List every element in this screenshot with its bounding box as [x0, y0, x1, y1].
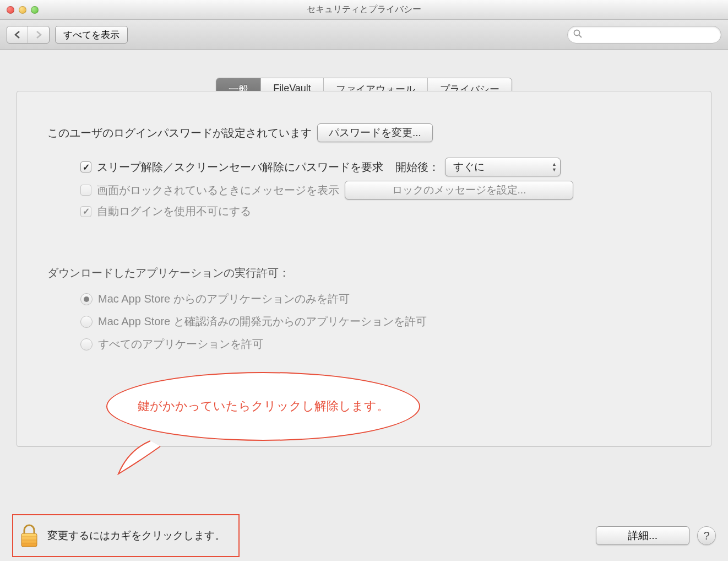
svg-line-1 [579, 35, 582, 38]
svg-point-0 [574, 30, 580, 36]
password-set-label: このユーザのログインパスワードが設定されています [47, 126, 312, 141]
after-label: 開始後： [395, 160, 439, 175]
lock-area[interactable]: 変更するにはカギをクリックします。 [12, 514, 240, 557]
gatekeeper-radio-group: Mac App Store からのアプリケーションのみを許可 Mac App S… [47, 292, 681, 352]
search-field[interactable] [567, 26, 721, 44]
show-all-button[interactable]: すべてを表示 [55, 26, 128, 44]
advanced-button[interactable]: 詳細... [596, 526, 689, 545]
require-password-delay-select[interactable]: すぐに ▲▼ [445, 158, 561, 176]
disable-auto-login-label: 自動ログインを使用不可にする [97, 204, 251, 219]
search-icon [573, 29, 582, 40]
lock-icon [19, 524, 40, 548]
annotation-callout: 鍵がかかっていたらクリックし解除します。 [106, 372, 420, 452]
toolbar: すべてを表示 [0, 20, 728, 50]
nav-buttons [7, 26, 50, 44]
close-window-button[interactable] [7, 6, 14, 14]
require-password-checkbox[interactable] [80, 161, 91, 172]
traffic-lights [7, 6, 39, 14]
general-panel: このユーザのログインパスワードが設定されています パスワードを変更... スリー… [17, 91, 711, 447]
show-lock-message-label: 画面がロックされているときにメッセージを表示 [97, 183, 339, 198]
radio-anywhere-label: すべてのアプリケーションを許可 [98, 337, 263, 352]
download-apps-section-label: ダウンロードしたアプリケーションの実行許可： [47, 266, 681, 280]
radio-mas-identified-label: Mac App Store と確認済みの開発元からのアプリケーションを許可 [98, 314, 427, 329]
annotation-text: 鍵がかかっていたらクリックし解除します。 [138, 398, 389, 415]
change-password-button[interactable]: パスワードを変更... [317, 123, 433, 142]
require-password-label: スリープ解除／スクリーンセーバ解除にパスワードを要求 [97, 160, 383, 175]
lock-text: 変更するにはカギをクリックします。 [47, 528, 225, 543]
forward-button[interactable] [28, 26, 49, 43]
radio-anywhere[interactable] [80, 338, 93, 350]
search-input[interactable] [585, 30, 715, 40]
radio-mas-identified[interactable] [80, 316, 93, 328]
set-lock-message-button[interactable]: ロックのメッセージを設定... [345, 181, 573, 199]
delay-value: すぐに [453, 160, 485, 174]
radio-mas-only[interactable] [80, 293, 93, 305]
zoom-window-button[interactable] [31, 6, 39, 14]
window-title: セキュリティとプライバシー [0, 4, 728, 15]
chevron-updown-icon: ▲▼ [552, 161, 557, 172]
help-button[interactable]: ? [697, 526, 716, 545]
content: 一般 FileVault ファイアウォール プライバシー このユーザのログインパ… [0, 50, 728, 447]
radio-mas-only-label: Mac App Store からのアプリケーションのみを許可 [98, 292, 350, 306]
footer: 変更するにはカギをクリックします。 詳細... ? [0, 510, 728, 561]
disable-auto-login-checkbox[interactable] [80, 206, 91, 217]
show-lock-message-checkbox[interactable] [80, 185, 91, 196]
minimize-window-button[interactable] [19, 6, 26, 14]
titlebar: セキュリティとプライバシー [0, 0, 728, 20]
back-button[interactable] [7, 26, 28, 43]
